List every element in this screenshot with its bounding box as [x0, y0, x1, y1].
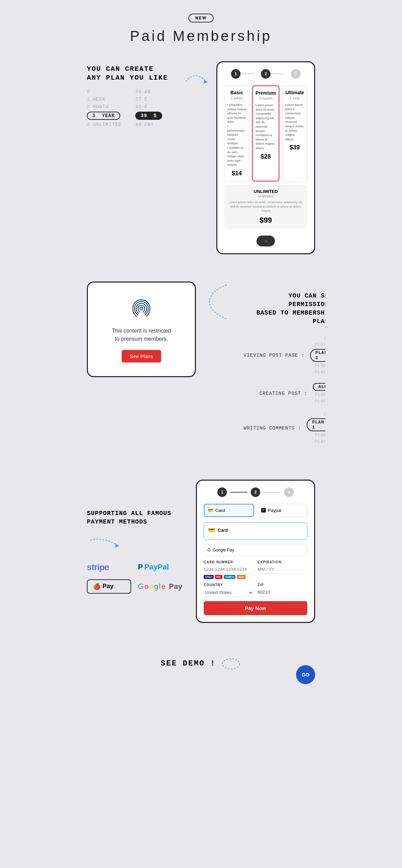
expiration-label: EXPIRATION — [258, 560, 307, 564]
card-form-header: 💳 Card — [208, 527, 303, 533]
plan-premium[interactable]: Premium 3 month Lorem ipsum dolor sit am… — [252, 85, 279, 181]
gpay-logo: Google Pay — [138, 582, 182, 591]
duration-1[interactable]: 1WEEK — [87, 97, 122, 102]
restricted-text: This content is restricted to premium me… — [98, 327, 185, 343]
svg-point-2 — [222, 659, 239, 669]
perm-label-comments: WRITING COMMENTS : — [244, 425, 301, 431]
step-1: 1 — [231, 69, 241, 79]
plan-ultimate[interactable]: Ultimate 1 year Lorem ipsum dolor s cons… — [282, 85, 307, 181]
pay-step-2: 2 — [251, 487, 260, 497]
permissions-heading: YOU CAN SET PERMISSIONS BASED TO MEMBERS… — [244, 292, 325, 326]
step-2: 2 — [261, 69, 270, 79]
pay-step-3: 3 — [284, 487, 294, 497]
perm-options-comments: ALL PLAN 1 PLAN 2 PLAN 3 — [307, 412, 325, 444]
duration-3[interactable]: 3 YEAR — [87, 112, 122, 120]
zip-group: ZIP — [258, 583, 307, 597]
mastercard-logo: MC — [215, 575, 222, 579]
gpay-option-icon: G — [207, 548, 211, 552]
card-number-row: CARD NUMBER VISA MC AMEX disc EXPIRATION — [204, 560, 307, 579]
payment-logos: stripe P PayPal 🍎 Pay Google Pay — [87, 562, 182, 594]
permissions-panel: YOU CAN SET PERMISSIONS BASED TO MEMBERS… — [244, 282, 325, 453]
duration-4[interactable]: 4UNLIMITED — [87, 122, 122, 127]
main-title: Paid Membership — [83, 28, 319, 44]
perm-row-comments: WRITING COMMENTS : ALL PLAN 1 PLAN 2 PLA… — [244, 412, 325, 444]
card-form-icon: 💳 — [208, 527, 215, 533]
card-icon: 💳 — [208, 508, 213, 513]
dashed-arrow-3 — [87, 537, 121, 554]
restricted-content-card: This content is restricted to premium me… — [87, 282, 196, 377]
steps-bar-1: 1 2 3 — [224, 69, 307, 79]
plans-container: Basic 1 week • phasellus massa massa ult… — [224, 85, 307, 181]
perm-options-viewing: ALL PLAN 1 PLAN 2 PLAN 3 PLAN 4 — [310, 336, 325, 375]
step-3: 3 — [291, 69, 300, 79]
payment-tablet: 1 2 3 💳 Card 🅿 Paypal 💳 Card — [196, 480, 315, 623]
currency-options: 36A$ 37£ 38€ 39 $ 40CNY — [135, 89, 162, 127]
card-number-input[interactable] — [204, 565, 253, 574]
demo-heading-text: SEE DEMO ! — [161, 659, 216, 668]
card-form: 💳 Card — [204, 523, 307, 540]
paypal-tab-label: Paypal — [268, 508, 281, 513]
perm-group-comments: WRITING COMMENTS : ALL PLAN 1 PLAN 2 PLA… — [244, 412, 325, 444]
duration-2[interactable]: 2MONTH — [87, 104, 122, 110]
currency-39[interactable]: 39 $ — [135, 112, 162, 120]
country-group: COUNTRY United States — [204, 583, 253, 597]
tab-paypal[interactable]: 🅿 Paypal — [258, 504, 307, 517]
step-line-1 — [230, 492, 247, 493]
perm-group-viewing: VIEVING POST PAGE : ALL PLAN 1 PLAN 2 PL… — [244, 336, 325, 375]
paypal-logo: P PayPal — [138, 563, 182, 572]
demo-heading: SEE DEMO ! — [87, 657, 315, 671]
currency-37[interactable]: 37£ — [135, 97, 162, 102]
google-pay-option[interactable]: G Google Pay — [204, 544, 307, 556]
plan-basic[interactable]: Basic 1 week • phasellus massa massa ult… — [224, 85, 249, 181]
expiration-input[interactable] — [258, 565, 307, 574]
perm-group-creating: CREATING POST : ALL PLAN 1 PLAN 2 — [244, 383, 325, 404]
zip-label: ZIP — [258, 583, 307, 587]
paypal-tab-icon: 🅿 — [261, 508, 266, 513]
country-zip-row: COUNTRY United States ZIP — [204, 583, 307, 597]
step-line-2 — [264, 492, 281, 493]
next-button[interactable]: → — [257, 236, 275, 246]
payment-method-tabs: 💳 Card 🅿 Paypal — [204, 504, 307, 517]
demo-section: SEE DEMO ! GO — [77, 637, 325, 698]
payment-left: SUPPORTING ALL FAMOUS PAYMENT METHODS st… — [87, 509, 182, 593]
card-number-label: CARD NUMBER — [204, 560, 253, 564]
pay-now-button[interactable]: Pay Now — [204, 601, 307, 615]
card-tab-label: Card — [215, 508, 225, 513]
zip-input[interactable] — [258, 588, 307, 596]
perm-label-viewing: VIEVING POST PAGE : — [244, 353, 305, 358]
country-label: COUNTRY — [204, 583, 253, 587]
amex-logo: AMEX — [224, 575, 235, 579]
perm-options-creating: ALL PLAN 1 PLAN 2 — [313, 383, 325, 404]
fingerprint-icon — [129, 296, 153, 320]
duration-options: 0 1WEEK 2MONTH 3 YEAR 4UNLIMITED — [87, 89, 122, 127]
payment-heading: SUPPORTING ALL FAMOUS PAYMENT METHODS — [87, 509, 182, 526]
tablet-plans: 1 2 3 Basic 1 week • phasellus massa mas… — [216, 61, 315, 254]
perm-label-creating: CREATING POST : — [259, 391, 307, 396]
expiration-group: EXPIRATION — [258, 560, 307, 579]
go-button[interactable]: GO — [296, 665, 315, 684]
pay-step-1: 1 — [217, 487, 227, 497]
duration-0[interactable]: 0 — [87, 89, 122, 95]
plan-builder-heading: YOU CAN CREATE ANY PLAN YOU LIKE — [87, 65, 182, 82]
gpay-option-label: Google Pay — [213, 548, 234, 552]
payment-steps: 1 2 3 — [204, 487, 307, 497]
dashed-arrow-2 — [206, 282, 233, 322]
visa-logo: VISA — [204, 575, 214, 579]
tab-card[interactable]: 💳 Card — [204, 504, 254, 517]
card-form-label: Card — [218, 528, 228, 533]
card-logos: VISA MC AMEX disc — [204, 575, 253, 579]
currency-38[interactable]: 38€ — [135, 104, 162, 110]
card-number-group: CARD NUMBER VISA MC AMEX disc — [204, 560, 253, 579]
country-select[interactable]: United States — [204, 588, 253, 597]
currency-36[interactable]: 36A$ — [135, 89, 162, 95]
dashed-circle-demo — [221, 657, 241, 671]
applepay-logo: 🍎 Pay — [87, 579, 131, 594]
perm-row-creating: CREATING POST : ALL PLAN 1 PLAN 2 — [244, 383, 325, 404]
see-plans-button[interactable]: See Plans — [122, 350, 161, 363]
stripe-logo: stripe — [87, 562, 131, 573]
new-badge: NEW — [188, 14, 214, 22]
currency-40[interactable]: 40CNY — [135, 122, 162, 127]
svg-marker-0 — [203, 80, 208, 84]
discover-logo: disc — [237, 575, 246, 579]
plan-unlimited[interactable]: UNLIMITED unlimited Lorem ipsum dolor si… — [224, 185, 307, 229]
